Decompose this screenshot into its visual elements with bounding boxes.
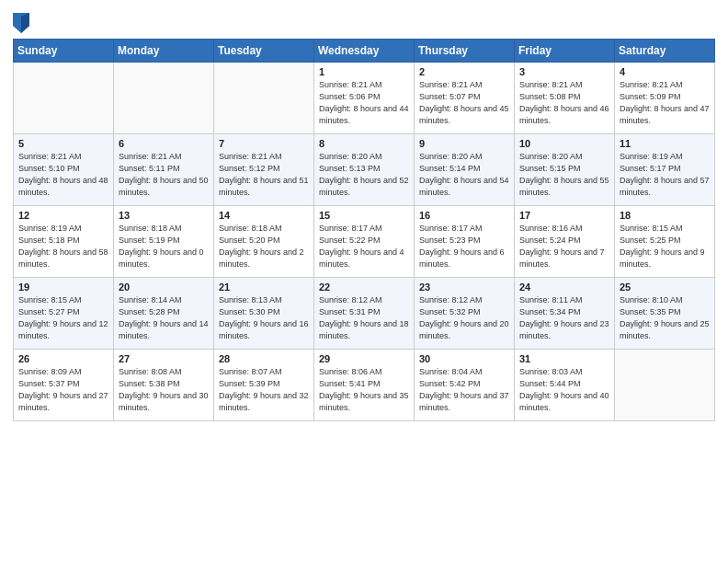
header-cell-sunday: Sunday [14, 40, 114, 63]
day-detail: Sunrise: 8:07 AM Sunset: 5:39 PM Dayligh… [219, 366, 309, 414]
logo-icon [13, 13, 29, 33]
day-number: 1 [319, 66, 409, 77]
day-number: 14 [219, 210, 309, 221]
day-detail: Sunrise: 8:21 AM Sunset: 5:08 PM Dayligh… [519, 79, 609, 127]
day-number: 9 [419, 138, 509, 149]
day-cell: 8Sunrise: 8:20 AM Sunset: 5:13 PM Daylig… [314, 134, 415, 206]
day-number: 19 [18, 282, 108, 293]
day-cell: 16Sunrise: 8:17 AM Sunset: 5:23 PM Dayli… [415, 206, 515, 278]
day-number: 27 [119, 353, 209, 364]
day-cell: 3Sunrise: 8:21 AM Sunset: 5:08 PM Daylig… [515, 63, 615, 134]
day-number: 13 [119, 210, 209, 221]
week-row-4: 19Sunrise: 8:15 AM Sunset: 5:27 PM Dayli… [14, 278, 715, 350]
day-number: 28 [219, 353, 309, 364]
day-cell [14, 63, 114, 134]
day-number: 5 [18, 138, 108, 149]
day-number: 11 [620, 138, 710, 149]
day-cell: 7Sunrise: 8:21 AM Sunset: 5:12 PM Daylig… [214, 134, 314, 206]
day-detail: Sunrise: 8:21 AM Sunset: 5:11 PM Dayligh… [119, 151, 209, 199]
day-detail: Sunrise: 8:17 AM Sunset: 5:23 PM Dayligh… [419, 223, 509, 270]
day-number: 15 [319, 210, 409, 221]
day-cell: 6Sunrise: 8:21 AM Sunset: 5:11 PM Daylig… [114, 134, 214, 206]
week-row-3: 12Sunrise: 8:19 AM Sunset: 5:18 PM Dayli… [14, 206, 715, 278]
header-cell-thursday: Thursday [415, 40, 515, 63]
day-cell: 9Sunrise: 8:20 AM Sunset: 5:14 PM Daylig… [415, 134, 515, 206]
day-cell: 5Sunrise: 8:21 AM Sunset: 5:10 PM Daylig… [14, 134, 114, 206]
day-detail: Sunrise: 8:21 AM Sunset: 5:10 PM Dayligh… [18, 151, 108, 199]
day-cell: 13Sunrise: 8:18 AM Sunset: 5:19 PM Dayli… [114, 206, 214, 278]
header-cell-wednesday: Wednesday [314, 40, 415, 63]
day-detail: Sunrise: 8:21 AM Sunset: 5:07 PM Dayligh… [419, 79, 509, 127]
day-cell: 24Sunrise: 8:11 AM Sunset: 5:34 PM Dayli… [515, 278, 615, 350]
day-cell: 30Sunrise: 8:04 AM Sunset: 5:42 PM Dayli… [415, 350, 515, 421]
day-cell: 28Sunrise: 8:07 AM Sunset: 5:39 PM Dayli… [214, 350, 314, 421]
day-cell: 4Sunrise: 8:21 AM Sunset: 5:09 PM Daylig… [615, 63, 715, 134]
day-detail: Sunrise: 8:20 AM Sunset: 5:14 PM Dayligh… [419, 151, 509, 199]
day-cell: 11Sunrise: 8:19 AM Sunset: 5:17 PM Dayli… [615, 134, 715, 206]
day-detail: Sunrise: 8:08 AM Sunset: 5:38 PM Dayligh… [119, 366, 209, 414]
day-number: 22 [319, 282, 409, 293]
day-detail: Sunrise: 8:15 AM Sunset: 5:25 PM Dayligh… [620, 223, 710, 270]
day-cell: 22Sunrise: 8:12 AM Sunset: 5:31 PM Dayli… [314, 278, 415, 350]
calendar-table: SundayMondayTuesdayWednesdayThursdayFrid… [13, 39, 715, 421]
day-number: 20 [119, 282, 209, 293]
day-detail: Sunrise: 8:09 AM Sunset: 5:37 PM Dayligh… [18, 366, 108, 414]
day-number: 8 [319, 138, 409, 149]
day-detail: Sunrise: 8:04 AM Sunset: 5:42 PM Dayligh… [419, 366, 509, 414]
calendar-header: SundayMondayTuesdayWednesdayThursdayFrid… [14, 40, 715, 63]
day-number: 24 [519, 282, 609, 293]
day-cell: 25Sunrise: 8:10 AM Sunset: 5:35 PM Dayli… [615, 278, 715, 350]
day-cell: 1Sunrise: 8:21 AM Sunset: 5:06 PM Daylig… [314, 63, 415, 134]
day-detail: Sunrise: 8:11 AM Sunset: 5:34 PM Dayligh… [519, 294, 609, 342]
day-cell: 15Sunrise: 8:17 AM Sunset: 5:22 PM Dayli… [314, 206, 415, 278]
day-number: 16 [419, 210, 509, 221]
day-number: 12 [18, 210, 108, 221]
week-row-2: 5Sunrise: 8:21 AM Sunset: 5:10 PM Daylig… [14, 134, 715, 206]
day-cell: 21Sunrise: 8:13 AM Sunset: 5:30 PM Dayli… [214, 278, 314, 350]
day-number: 3 [519, 66, 609, 77]
calendar-page: SundayMondayTuesdayWednesdayThursdayFrid… [0, 0, 728, 563]
day-detail: Sunrise: 8:06 AM Sunset: 5:41 PM Dayligh… [319, 366, 409, 414]
day-detail: Sunrise: 8:21 AM Sunset: 5:09 PM Dayligh… [620, 79, 710, 127]
header-cell-saturday: Saturday [615, 40, 715, 63]
day-number: 21 [219, 282, 309, 293]
day-cell: 20Sunrise: 8:14 AM Sunset: 5:28 PM Dayli… [114, 278, 214, 350]
logo [13, 13, 33, 33]
day-cell: 31Sunrise: 8:03 AM Sunset: 5:44 PM Dayli… [515, 350, 615, 421]
day-detail: Sunrise: 8:21 AM Sunset: 5:12 PM Dayligh… [219, 151, 309, 199]
day-detail: Sunrise: 8:19 AM Sunset: 5:18 PM Dayligh… [18, 223, 108, 270]
day-cell: 18Sunrise: 8:15 AM Sunset: 5:25 PM Dayli… [615, 206, 715, 278]
day-cell: 14Sunrise: 8:18 AM Sunset: 5:20 PM Dayli… [214, 206, 314, 278]
header-cell-tuesday: Tuesday [214, 40, 314, 63]
day-number: 2 [419, 66, 509, 77]
day-number: 7 [219, 138, 309, 149]
header [13, 9, 715, 33]
day-detail: Sunrise: 8:17 AM Sunset: 5:22 PM Dayligh… [319, 223, 409, 270]
day-detail: Sunrise: 8:12 AM Sunset: 5:32 PM Dayligh… [419, 294, 509, 342]
day-cell: 2Sunrise: 8:21 AM Sunset: 5:07 PM Daylig… [415, 63, 515, 134]
day-cell [214, 63, 314, 134]
day-number: 17 [519, 210, 609, 221]
header-cell-monday: Monday [114, 40, 214, 63]
day-number: 30 [419, 353, 509, 364]
day-detail: Sunrise: 8:16 AM Sunset: 5:24 PM Dayligh… [519, 223, 609, 270]
calendar-body: 1Sunrise: 8:21 AM Sunset: 5:06 PM Daylig… [14, 63, 715, 421]
day-detail: Sunrise: 8:14 AM Sunset: 5:28 PM Dayligh… [119, 294, 209, 342]
day-detail: Sunrise: 8:18 AM Sunset: 5:20 PM Dayligh… [219, 223, 309, 270]
day-detail: Sunrise: 8:21 AM Sunset: 5:06 PM Dayligh… [319, 79, 409, 127]
day-detail: Sunrise: 8:18 AM Sunset: 5:19 PM Dayligh… [119, 223, 209, 270]
day-cell: 10Sunrise: 8:20 AM Sunset: 5:15 PM Dayli… [515, 134, 615, 206]
day-number: 31 [519, 353, 609, 364]
day-cell: 27Sunrise: 8:08 AM Sunset: 5:38 PM Dayli… [114, 350, 214, 421]
day-cell: 23Sunrise: 8:12 AM Sunset: 5:32 PM Dayli… [415, 278, 515, 350]
day-detail: Sunrise: 8:19 AM Sunset: 5:17 PM Dayligh… [620, 151, 710, 199]
day-detail: Sunrise: 8:20 AM Sunset: 5:13 PM Dayligh… [319, 151, 409, 199]
day-number: 4 [620, 66, 710, 77]
day-number: 23 [419, 282, 509, 293]
day-cell: 19Sunrise: 8:15 AM Sunset: 5:27 PM Dayli… [14, 278, 114, 350]
day-detail: Sunrise: 8:12 AM Sunset: 5:31 PM Dayligh… [319, 294, 409, 342]
header-row: SundayMondayTuesdayWednesdayThursdayFrid… [14, 40, 715, 63]
day-detail: Sunrise: 8:03 AM Sunset: 5:44 PM Dayligh… [519, 366, 609, 414]
week-row-1: 1Sunrise: 8:21 AM Sunset: 5:06 PM Daylig… [14, 63, 715, 134]
day-cell: 17Sunrise: 8:16 AM Sunset: 5:24 PM Dayli… [515, 206, 615, 278]
